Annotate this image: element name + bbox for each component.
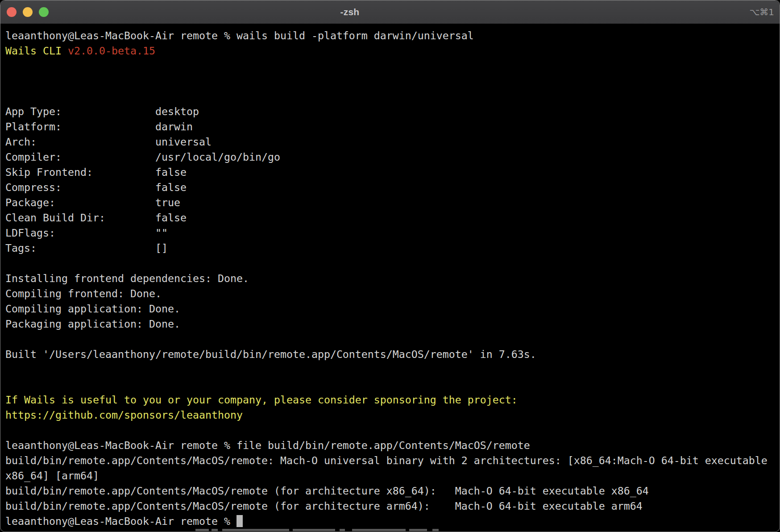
terminal-line: Arch: universal	[5, 134, 779, 150]
terminal-line: Wails CLI v2.0.0-beta.15	[5, 43, 779, 58]
terminal-line: Compiling frontend: Done.	[5, 286, 779, 301]
terminal-line	[5, 58, 779, 74]
terminal-line: Compiler: /usr/local/go/bin/go	[5, 150, 779, 165]
wails-cli-label: Wails CLI	[5, 45, 68, 57]
clipped-glyph-fragment	[195, 529, 209, 531]
terminal-line: If Wails is useful to you or your compan…	[5, 392, 779, 407]
terminal-line: Compress: false	[5, 180, 779, 195]
clipped-glyph-fragment	[212, 529, 218, 531]
terminal-text: leaanthony@Leas-MacBook-Air remote % wai…	[5, 29, 474, 42]
terminal-line: Platform: darwin	[5, 119, 779, 134]
terminal-output[interactable]: leaanthony@Leas-MacBook-Air remote % wai…	[1, 24, 779, 531]
tab-shortcut-badge: ⌥⌘1	[749, 0, 774, 24]
terminal-text: leaanthony@Leas-MacBook-Air remote % fil…	[5, 439, 530, 451]
terminal-line: Package: true	[5, 195, 779, 210]
terminal-line: Skip Frontend: false	[5, 165, 779, 180]
terminal-line: Installing frontend dependencies: Done.	[5, 271, 779, 286]
terminal-text: App Type: desktop	[5, 105, 199, 117]
terminal-line: build/bin/remote.app/Contents/MacOS/remo…	[5, 483, 779, 499]
terminal-text: leaanthony@Leas-MacBook-Air remote %	[5, 515, 236, 527]
terminal-text: Packaging application: Done.	[5, 318, 180, 330]
terminal-text: Compiler: /usr/local/go/bin/go	[5, 151, 280, 163]
terminal-line: leaanthony@Leas-MacBook-Air remote %	[5, 514, 779, 529]
terminal-line	[5, 74, 779, 89]
clipped-glyph-fragment	[340, 529, 345, 531]
clipped-line-fragments	[0, 528, 780, 531]
terminal-text: Skip Frontend: false	[5, 166, 187, 178]
terminal-line	[5, 256, 779, 271]
sponsor-message: If Wails is useful to you or your compan…	[5, 394, 518, 406]
terminal-line: build/bin/remote.app/Contents/MacOS/remo…	[5, 499, 779, 514]
terminal-text: Arch: universal	[5, 136, 212, 148]
clipped-glyph-fragment	[222, 529, 289, 531]
terminal-line	[5, 362, 779, 377]
clipped-glyph-fragment	[409, 529, 427, 531]
terminal-text: build/bin/remote.app/Contents/MacOS/remo…	[5, 500, 643, 512]
terminal-text: Installing frontend dependencies: Done.	[5, 272, 249, 284]
terminal-line	[5, 423, 779, 438]
terminal-line: Compiling application: Done.	[5, 301, 779, 316]
terminal-line: Clean Build Dir: false	[5, 210, 779, 225]
terminal-cursor	[236, 515, 243, 527]
clipped-glyph-fragment	[352, 529, 406, 531]
terminal-line: Packaging application: Done.	[5, 316, 779, 332]
clipped-glyph-fragment	[432, 529, 439, 531]
terminal-text: Built '/Users/leaanthony/remote/build/bi…	[5, 348, 536, 360]
terminal-text: x86_64] [arm64]	[5, 470, 99, 482]
terminal-text: Compress: false	[5, 181, 187, 193]
terminal-line: App Type: desktop	[5, 104, 779, 119]
terminal-text: Platform: darwin	[5, 121, 193, 133]
clipped-glyph-fragment	[293, 529, 335, 531]
terminal-line: leaanthony@Leas-MacBook-Air remote % wai…	[5, 28, 779, 43]
terminal-text: Compiling application: Done.	[5, 303, 180, 315]
terminal-line	[5, 89, 779, 104]
terminal-line: Tags: []	[5, 241, 779, 256]
terminal-line: Built '/Users/leaanthony/remote/build/bi…	[5, 347, 779, 362]
terminal-line	[5, 377, 779, 392]
terminal-line: build/bin/remote.app/Contents/MacOS/remo…	[5, 453, 779, 468]
wails-version: v2.0.0-beta.15	[68, 45, 155, 57]
terminal-line	[5, 332, 779, 347]
terminal-text: Clean Build Dir: false	[5, 212, 187, 224]
terminal-text: build/bin/remote.app/Contents/MacOS/remo…	[5, 454, 774, 466]
terminal-text: Compiling frontend: Done.	[5, 287, 162, 299]
terminal-line: leaanthony@Leas-MacBook-Air remote % fil…	[5, 438, 779, 453]
terminal-text: Tags: []	[5, 242, 168, 254]
terminal-line: x86_64] [arm64]	[5, 468, 779, 483]
terminal-line: https://github.com/sponsors/leaanthony	[5, 407, 779, 423]
terminal-text: LDFlags: ""	[5, 227, 168, 239]
terminal-window: -zsh ⌥⌘1 leaanthony@Leas-MacBook-Air rem…	[0, 0, 780, 532]
sponsor-link[interactable]: https://github.com/sponsors/leaanthony	[5, 409, 243, 421]
titlebar[interactable]: -zsh ⌥⌘1	[0, 0, 780, 24]
window-title: -zsh	[0, 0, 699, 24]
terminal-line: LDFlags: ""	[5, 225, 779, 241]
terminal-text: Package: true	[5, 196, 180, 208]
terminal-text: build/bin/remote.app/Contents/MacOS/remo…	[5, 485, 649, 497]
